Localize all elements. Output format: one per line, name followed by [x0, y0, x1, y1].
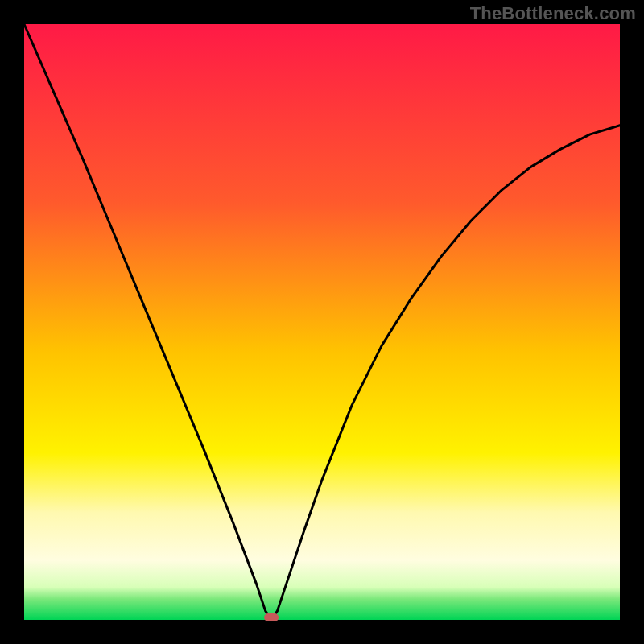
- plot-gradient-background: [24, 24, 620, 620]
- bottleneck-chart: [0, 0, 644, 644]
- chart-frame: TheBottleneck.com: [0, 0, 644, 644]
- optimal-marker: [264, 613, 279, 621]
- watermark-label: TheBottleneck.com: [470, 3, 636, 24]
